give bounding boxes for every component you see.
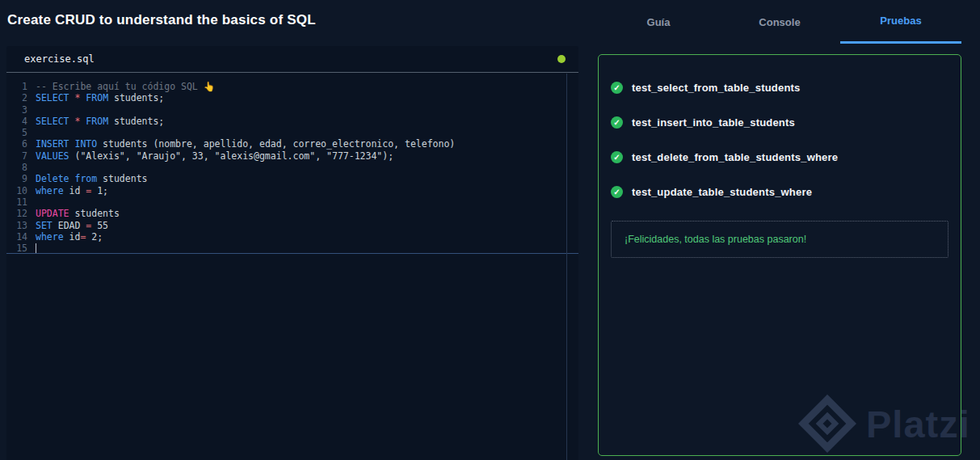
code-text xyxy=(34,243,36,253)
tab-console[interactable]: Console xyxy=(719,0,840,44)
code-line[interactable]: 13SET EDAD = 55 xyxy=(6,220,578,231)
test-list: ✓test_select_from_table_students✓test_in… xyxy=(611,82,948,198)
line-number: 1 xyxy=(6,81,34,92)
code-text: INSERT INTO students (nombre, apellido, … xyxy=(34,138,455,150)
code-line[interactable]: 5 xyxy=(6,127,578,138)
line-number: 12 xyxy=(6,208,34,219)
code-area[interactable]: 1-- Escribe aquí tu código SQL 👆2SELECT … xyxy=(6,74,578,460)
congrats-box: ¡Felicidades, todas las pruebas pasaron! xyxy=(611,221,948,258)
line-number: 9 xyxy=(6,173,34,184)
line-number: 6 xyxy=(6,138,34,150)
code-line[interactable]: 7VALUES ("Alexis", "Araujo", 33, "alexis… xyxy=(6,150,578,162)
code-text: SET EDAD = 55 xyxy=(34,220,108,231)
editor-scrollbar[interactable] xyxy=(566,74,567,460)
check-icon: ✓ xyxy=(611,82,623,94)
code-line[interactable]: 8 xyxy=(6,162,578,173)
line-number: 14 xyxy=(6,231,34,243)
code-text: VALUES ("Alexis", "Araujo", 33, "alexis@… xyxy=(34,150,393,162)
test-name: test_insert_into_table_students xyxy=(632,116,795,129)
code-line[interactable]: 14where id= 2; xyxy=(6,231,578,243)
code-line[interactable]: 10where id = 1; xyxy=(6,185,578,196)
code-line[interactable]: 6INSERT INTO students (nombre, apellido,… xyxy=(6,138,578,150)
test-result-item: ✓test_insert_into_table_students xyxy=(611,116,948,129)
code-line[interactable]: 2SELECT * FROM students; xyxy=(6,92,578,103)
check-icon: ✓ xyxy=(611,151,623,163)
code-text: -- Escribe aquí tu código SQL 👆 xyxy=(34,81,215,92)
code-text: Delete from students xyxy=(34,173,147,184)
line-number: 10 xyxy=(6,185,34,196)
panel-tabs: GuíaConsolePruebas xyxy=(598,0,961,44)
tab-pruebas[interactable]: Pruebas xyxy=(840,0,961,44)
tab-guia[interactable]: Guía xyxy=(598,0,719,44)
test-name: test_delete_from_table_students_where xyxy=(632,151,838,163)
test-result-item: ✓test_update_table_students_where xyxy=(611,186,948,198)
line-number: 8 xyxy=(6,162,34,173)
code-line[interactable]: 12UPDATE students xyxy=(6,208,578,219)
line-number: 3 xyxy=(6,104,34,116)
line-number: 2 xyxy=(6,92,34,103)
code-text xyxy=(34,162,36,173)
editor-header: exercise.sql xyxy=(6,46,578,73)
test-name: test_select_from_table_students xyxy=(632,82,801,94)
line-number: 15 xyxy=(6,243,34,253)
code-line[interactable]: 9Delete from students xyxy=(6,173,578,184)
line-number: 11 xyxy=(6,196,34,208)
code-text: where id= 2; xyxy=(34,231,103,243)
code-text xyxy=(34,104,36,116)
code-line[interactable]: 11 xyxy=(6,196,578,208)
code-line[interactable]: 15 xyxy=(6,243,578,254)
line-number: 4 xyxy=(6,116,34,127)
editor-filename: exercise.sql xyxy=(24,53,95,65)
test-result-item: ✓test_select_from_table_students xyxy=(611,82,948,94)
code-editor: exercise.sql 1-- Escribe aquí tu código … xyxy=(6,46,578,460)
test-name: test_update_table_students_where xyxy=(632,186,812,198)
code-text xyxy=(34,127,36,138)
check-icon: ✓ xyxy=(611,116,623,129)
congrats-text: ¡Felicidades, todas las pruebas pasaron! xyxy=(625,234,806,245)
code-lines: 1-- Escribe aquí tu código SQL 👆2SELECT … xyxy=(6,81,578,254)
page-title: Create CRUD to understand the basics of … xyxy=(7,12,316,28)
code-text: where id = 1; xyxy=(34,185,108,196)
line-number: 13 xyxy=(6,220,34,231)
test-result-item: ✓test_delete_from_table_students_where xyxy=(611,151,948,163)
tests-panel: ✓test_select_from_table_students✓test_in… xyxy=(598,54,961,456)
code-text: UPDATE students xyxy=(34,208,120,219)
status-dot-icon xyxy=(557,55,566,63)
code-text xyxy=(34,196,36,208)
check-icon: ✓ xyxy=(611,186,623,198)
line-number: 5 xyxy=(6,127,34,138)
line-number: 7 xyxy=(6,150,34,162)
code-line[interactable]: 4SELECT * FROM students; xyxy=(6,116,578,127)
code-text: SELECT * FROM students; xyxy=(34,92,164,103)
code-text: SELECT * FROM students; xyxy=(34,116,164,127)
code-line[interactable]: 3 xyxy=(6,104,578,116)
code-line[interactable]: 1-- Escribe aquí tu código SQL 👆 xyxy=(6,81,578,92)
